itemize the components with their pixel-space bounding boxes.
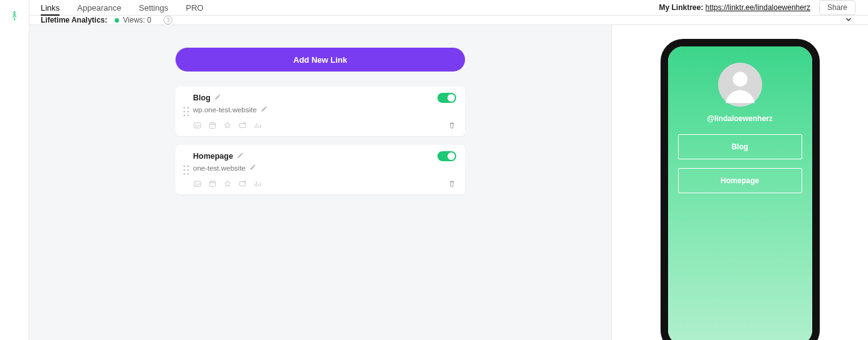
- delete-icon[interactable]: [447, 121, 456, 130]
- analytics-icon[interactable]: [253, 121, 262, 130]
- analytics-icon[interactable]: [253, 179, 262, 188]
- svg-point-5: [187, 114, 189, 116]
- svg-rect-8: [209, 123, 215, 129]
- link-url: one-test.website: [193, 164, 246, 172]
- star-icon[interactable]: [223, 121, 232, 130]
- svg-point-2: [184, 110, 186, 112]
- edit-title-icon[interactable]: [214, 93, 221, 102]
- tab-appearance[interactable]: Appearance: [77, 0, 121, 15]
- delete-icon[interactable]: [447, 179, 456, 188]
- svg-point-7: [196, 124, 197, 125]
- thumbnail-icon[interactable]: [193, 121, 202, 130]
- share-button[interactable]: Share: [819, 0, 855, 15]
- profile-handle: @lindaloewenherz: [707, 114, 773, 123]
- svg-point-1: [187, 107, 189, 109]
- help-icon[interactable]: ?: [164, 16, 172, 24]
- svg-point-12: [187, 165, 189, 167]
- drag-handle-icon[interactable]: [179, 93, 193, 130]
- svg-point-3: [187, 110, 189, 112]
- link-card: Homepage one-test.website: [175, 145, 465, 194]
- linktree-logo-icon[interactable]: [9, 9, 20, 25]
- avatar-icon: [718, 63, 762, 107]
- drag-handle-icon[interactable]: [179, 151, 193, 188]
- edit-url-icon[interactable]: [261, 105, 268, 114]
- calendar-icon[interactable]: [208, 121, 217, 130]
- preview-link-item: Homepage: [678, 168, 802, 193]
- add-new-link-button[interactable]: Add New Link: [175, 48, 465, 72]
- svg-point-11: [184, 165, 186, 167]
- svg-point-16: [187, 173, 189, 174]
- star-icon[interactable]: [223, 179, 232, 188]
- svg-point-14: [187, 169, 189, 171]
- thumbnail-icon[interactable]: [193, 179, 202, 188]
- analytics-label: Lifetime Analytics:: [41, 16, 107, 24]
- link-card: Blog wp.one-test.website: [175, 87, 465, 136]
- link-enabled-toggle[interactable]: [437, 93, 456, 103]
- views-count: Views: 0: [123, 16, 151, 24]
- link-title: Homepage: [193, 152, 233, 161]
- tab-links[interactable]: Links: [41, 0, 60, 15]
- phone-preview: @lindaloewenherz Blog Homepage: [661, 39, 820, 340]
- svg-point-23: [733, 72, 747, 87]
- link-enabled-toggle[interactable]: [437, 151, 456, 161]
- svg-point-13: [184, 169, 186, 171]
- my-linktree-label: My Linktree:: [659, 3, 704, 12]
- link-title: Blog: [193, 93, 211, 102]
- chevron-down-icon[interactable]: [844, 15, 853, 26]
- edit-title-icon[interactable]: [237, 152, 244, 161]
- tab-pro[interactable]: PRO: [186, 0, 203, 15]
- svg-point-0: [184, 107, 186, 109]
- tab-settings[interactable]: Settings: [139, 0, 168, 15]
- highlight-icon[interactable]: [238, 179, 247, 188]
- svg-point-4: [184, 114, 186, 116]
- svg-point-18: [196, 183, 197, 184]
- preview-link-item: Blog: [678, 134, 802, 159]
- calendar-icon[interactable]: [208, 179, 217, 188]
- highlight-icon[interactable]: [238, 121, 247, 130]
- link-url: wp.one-test.website: [193, 106, 257, 114]
- my-linktree-url-link[interactable]: https://linktr.ee/lindaloewenherz: [706, 3, 810, 12]
- svg-rect-19: [209, 181, 215, 187]
- edit-url-icon[interactable]: [249, 164, 256, 172]
- status-dot-icon: [115, 18, 119, 23]
- svg-point-15: [184, 173, 186, 174]
